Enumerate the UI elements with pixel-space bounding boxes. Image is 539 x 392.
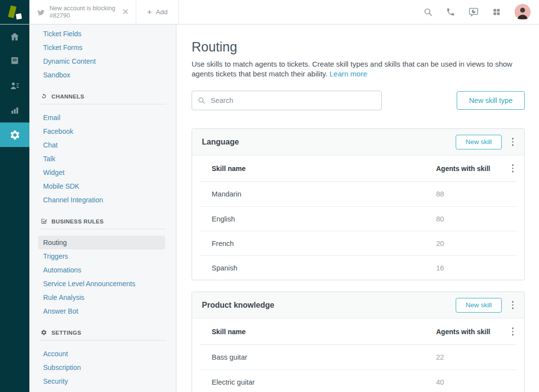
sidebar-item-automations[interactable]: Automations: [29, 263, 176, 277]
sidebar-item-talk[interactable]: Talk: [29, 152, 176, 166]
learn-more-link[interactable]: Learn more: [330, 70, 368, 78]
agents-count: 80: [436, 215, 500, 223]
skills-table: Skill name Agents with skill Bass guitar…: [200, 318, 516, 392]
column-skill-name: Skill name: [200, 328, 436, 336]
sidebar-item-security[interactable]: Security: [29, 374, 176, 388]
skill-type-name: Language: [202, 138, 456, 147]
topbar-icons: [423, 0, 539, 24]
apps-grid-icon[interactable]: [492, 7, 501, 17]
ticket-tab[interactable]: New account is blocking... #82790 ✕: [29, 0, 136, 24]
table-row[interactable]: French 20: [200, 231, 516, 255]
sidebar-item-facebook[interactable]: Facebook: [29, 124, 176, 138]
nav-rail: [0, 24, 29, 392]
close-icon[interactable]: ✕: [120, 7, 131, 17]
agents-count: 22: [436, 353, 500, 361]
top-bar: New account is blocking... #82790 ✕ + Ad…: [0, 0, 539, 24]
sidebar-item-service-level-announcements[interactable]: Service Level Announcements: [29, 277, 176, 291]
skill-type-card-language: Language New skill Skill name Agents wit…: [192, 128, 525, 280]
skill-name: Bass guitar: [200, 353, 436, 361]
channels-icon: [41, 93, 47, 99]
home-icon[interactable]: [0, 24, 29, 49]
business-rules-icon: [41, 218, 47, 224]
card-header: Language New skill: [192, 129, 524, 155]
table-header-row: Skill name Agents with skill: [200, 155, 516, 182]
sidebar-item-sandbox[interactable]: Sandbox: [29, 68, 176, 82]
sidebar-item-email[interactable]: Email: [29, 111, 176, 124]
views-icon[interactable]: [0, 49, 29, 74]
divider: [39, 229, 166, 229]
sidebar-section-channels: CHANNELS: [29, 93, 176, 99]
sidebar-item-rule-analysis[interactable]: Rule Analysis: [29, 291, 176, 304]
customers-icon[interactable]: [0, 74, 29, 98]
table-row[interactable]: Bass guitar 22: [200, 345, 516, 369]
new-skill-button[interactable]: New skill: [456, 135, 501, 149]
sidebar-item-mobile-sdk[interactable]: Mobile SDK: [29, 179, 176, 193]
agents-count: 88: [436, 190, 500, 198]
table-row[interactable]: Mandarin 88: [200, 182, 516, 206]
skill-name: French: [200, 240, 436, 247]
reports-icon[interactable]: [0, 98, 29, 122]
zendesk-logo-icon: [8, 6, 22, 19]
settings-gear-icon[interactable]: [0, 122, 29, 147]
settings-sidebar: Ticket Fields Ticket Forms Dynamic Conte…: [29, 24, 176, 392]
sidebar-item-ticket-fields[interactable]: Ticket Fields: [29, 27, 176, 41]
column-skill-name: Skill name: [200, 165, 436, 172]
agents-count: 20: [436, 240, 500, 247]
main-content: Routing Use skills to match agents to ti…: [176, 24, 539, 392]
sidebar-item-ticket-forms[interactable]: Ticket Forms: [29, 41, 176, 54]
sidebar-section-label: CHANNELS: [51, 94, 84, 99]
sidebar-section-label: SETTINGS: [51, 330, 81, 336]
column-agents-with-skill: Agents with skill: [436, 165, 500, 172]
search-input[interactable]: [192, 91, 382, 110]
new-skill-type-button[interactable]: New skill type: [457, 91, 525, 110]
sidebar-item-chat[interactable]: Chat: [29, 138, 176, 152]
skill-name: Electric guitar: [200, 378, 436, 386]
skill-name: English: [200, 215, 436, 223]
sidebar-item-widget[interactable]: Widget: [29, 166, 176, 179]
kebab-menu-icon[interactable]: [509, 325, 517, 338]
sidebar-section-settings: SETTINGS: [29, 329, 176, 336]
sidebar-item-account[interactable]: Account: [29, 347, 176, 361]
skills-table: Skill name Agents with skill Mandarin 88…: [200, 155, 516, 280]
divider: [39, 340, 166, 341]
sidebar-item-routing[interactable]: Routing: [38, 236, 165, 249]
sidebar-item-subscription[interactable]: Subscription: [29, 361, 176, 374]
divider: [39, 104, 166, 104]
ticket-tab-title: New account is blocking...: [49, 5, 115, 12]
phone-icon[interactable]: [446, 7, 455, 17]
ticket-tab-id: #82790: [49, 12, 115, 20]
topbar-spacer: [179, 0, 423, 24]
ticket-tab-label: New account is blocking... #82790: [49, 5, 115, 20]
kebab-menu-icon[interactable]: [509, 298, 517, 312]
agents-count: 40: [436, 378, 500, 386]
skill-name: Spanish: [200, 264, 436, 272]
table-row[interactable]: Electric guitar 40: [200, 369, 516, 392]
app-window: New account is blocking... #82790 ✕ + Ad…: [0, 0, 539, 392]
add-tab-button[interactable]: + Add: [136, 0, 178, 24]
skill-name: Mandarin: [200, 190, 436, 198]
table-row[interactable]: Spanish 16: [200, 255, 516, 280]
chat-icon[interactable]: [468, 7, 479, 17]
sidebar-item-answer-bot[interactable]: Answer Bot: [29, 304, 176, 318]
card-header: Product knowledge New skill: [192, 292, 524, 318]
plus-icon: +: [147, 8, 152, 16]
add-tab-label: Add: [156, 8, 168, 16]
controls-row: New skill type: [192, 91, 525, 110]
zendesk-logo[interactable]: [0, 0, 29, 24]
search-icon[interactable]: [423, 7, 433, 17]
sidebar-item-triggers[interactable]: Triggers: [29, 249, 176, 263]
skill-type-card-product-knowledge: Product knowledge New skill Skill name A…: [192, 292, 525, 392]
ticket-tab-strip: New account is blocking... #82790 ✕ + Ad…: [29, 0, 179, 24]
table-header-row: Skill name Agents with skill: [200, 318, 516, 345]
avatar[interactable]: [514, 4, 531, 20]
table-row[interactable]: English 80: [200, 206, 516, 231]
sidebar-item-channel-integration[interactable]: Channel Integration: [29, 193, 176, 207]
search-icon: [197, 97, 205, 104]
kebab-menu-icon[interactable]: [509, 135, 517, 148]
sidebar-item-dynamic-content[interactable]: Dynamic Content: [29, 54, 176, 68]
new-skill-button[interactable]: New skill: [456, 298, 501, 313]
twitter-icon: [37, 8, 45, 16]
page-description: Use skills to match agents to tickets. C…: [192, 59, 515, 79]
search-box: [192, 91, 382, 110]
kebab-menu-icon[interactable]: [509, 162, 517, 175]
